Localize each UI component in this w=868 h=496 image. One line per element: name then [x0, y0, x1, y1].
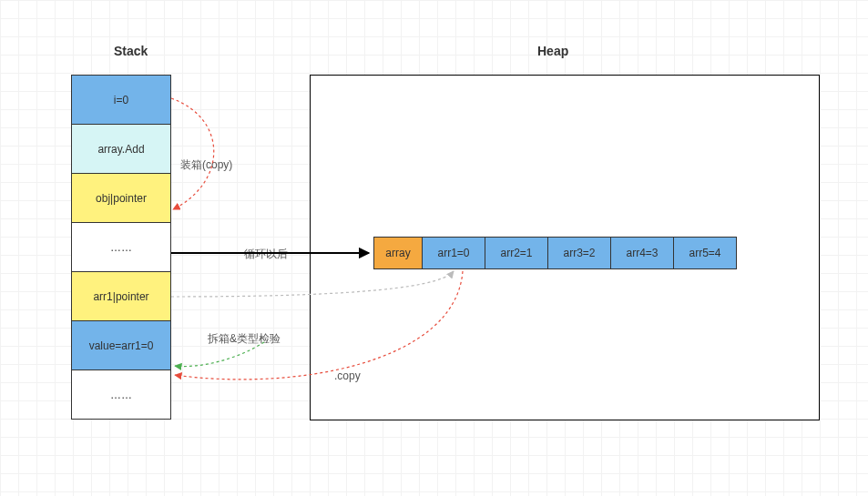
heap-cell-arr1: arr1=0: [422, 237, 485, 269]
heap-cell-arr2: arr2=1: [485, 237, 548, 269]
stack-cell-array-add: array.Add: [71, 124, 171, 174]
annotation-boxing: 装箱(copy): [180, 157, 232, 173]
heap-title: Heap: [537, 44, 568, 58]
arrow-boxing: [171, 98, 214, 209]
heap-cell-array: array: [373, 237, 423, 269]
annotation-unboxing: 拆箱&类型检验: [208, 331, 281, 347]
heap-array: array arr1=0 arr2=1 arr3=2 arr4=3 arr5=4: [373, 237, 737, 269]
stack-title: Stack: [114, 44, 148, 58]
stack-cell-arr1-ptr: arr1|pointer: [71, 271, 171, 321]
stack-cell-obj-ptr: obj|pointer: [71, 173, 171, 223]
heap-cell-arr4: arr4=3: [610, 237, 674, 269]
stack-cell-value: value=arr1=0: [71, 320, 171, 370]
stack-container: i=0 array.Add obj|pointer …… arr1|pointe…: [71, 75, 171, 420]
stack-cell-i: i=0: [71, 75, 171, 125]
stack-cell-ellipsis2: ……: [71, 369, 171, 420]
heap-cell-arr5: arr5=4: [673, 237, 737, 269]
annotation-copy: .copy: [334, 369, 361, 382]
heap-cell-arr3: arr3=2: [547, 237, 611, 269]
annotation-after-loop: 循环以后: [244, 247, 288, 262]
stack-cell-ellipsis1: ……: [71, 222, 171, 272]
